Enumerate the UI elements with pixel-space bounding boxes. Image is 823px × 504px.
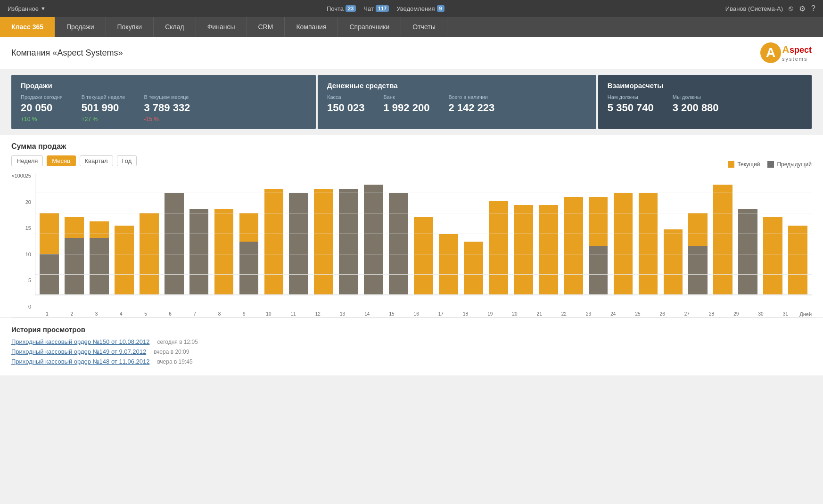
bar-current [614,193,633,295]
bar-previous [389,193,408,295]
nav-item-финансы[interactable]: Финансы [196,17,247,37]
nav-item-класс-365[interactable]: Класс 365 [0,17,55,37]
bar-previous [189,209,209,295]
bar-group [611,193,635,295]
history-time: вчера в 19:45 [157,358,192,365]
cash-panel: Денежные средства Касса 150 023Банк 1 99… [318,75,596,129]
sales-panel-title: Продажи [21,81,306,89]
mail-count: 23 [346,5,356,12]
stat-label: В текущем месяце [144,94,190,100]
nav-item-компания[interactable]: Компания [285,17,338,37]
bar-wrap [738,209,757,295]
bar-wrap [364,185,383,295]
grid-line [35,274,812,275]
bar-current [314,189,333,295]
bar-group [561,197,585,295]
history-title: История просмотров [11,325,812,333]
bar-group [636,193,660,295]
chat-label: Чат [363,5,374,12]
logout-icon[interactable]: ⎋ [789,4,793,13]
bar-group [461,242,486,295]
settings-icon[interactable]: ⚙ [799,4,806,13]
legend-previous: Предыдущий [767,161,812,168]
period-btn-месяц[interactable]: Месяц [47,155,75,166]
stat-value: 5 350 740 [608,102,654,114]
stat-col: Касса 150 023 [327,94,365,114]
logo-letter: A [760,42,781,63]
x-label: 28 [699,309,724,317]
x-label: 23 [576,309,601,317]
period-btn-квартал[interactable]: Квартал [80,155,113,166]
mutual-panel-title: Взаиморасчеты [608,81,802,89]
legend-previous-box [767,161,774,168]
bar-group [337,189,361,295]
bar-group [436,234,461,295]
bar-current [264,189,284,295]
stat-change: -15 % [144,116,190,122]
y-axis-labels: 0510152025 [11,173,34,309]
chart-title: Сумма продаж [11,142,812,151]
bar-current [414,217,433,295]
notifications-label: Уведомления [396,5,435,12]
bar-wrap [439,234,458,295]
stat-value: 501 990 [82,102,125,114]
notifications-badge-item[interactable]: Уведомления 9 [396,5,444,12]
stat-col: Банк 1 992 200 [384,94,430,114]
cash-panel-row: Касса 150 023Банк 1 992 200Всего в налич… [327,94,587,114]
x-label: 14 [355,309,379,317]
nav-item-склад[interactable]: Склад [154,17,196,37]
x-label: 31 [773,309,798,317]
history-link[interactable]: Приходный кассовый ордер №150 от 10.08.2… [11,338,149,345]
logo-text-area: Aspect systems [782,44,812,62]
history-link[interactable]: Приходный кассовый ордер №148 от 11.06.2… [11,358,149,365]
bar-previous [364,185,383,295]
nav-item-покупки[interactable]: Покупки [106,17,154,37]
stat-label: В текущей неделе [82,94,125,100]
nav-item-справочники[interactable]: Справочники [338,17,401,37]
x-label: 12 [305,309,330,317]
legend-previous-label: Предыдущий [777,161,812,168]
stat-col: Мы должны 3 200 880 [673,94,719,114]
favorites-menu[interactable]: Избранное ▼ [8,5,46,12]
bar-current [664,229,683,295]
nav-item-crm[interactable]: CRM [247,17,285,37]
bar-current [788,226,807,295]
user-area: Иванов (Система-А) ⎋ ⚙ ? [725,4,815,13]
bar-current [489,201,508,295]
bar-group [711,185,735,295]
grid-line [35,193,812,193]
bar-group [486,201,510,295]
x-label: 6 [158,309,182,317]
y-label: 15 [11,225,34,231]
bar-current [464,242,483,295]
period-btn-неделя[interactable]: Неделя [11,155,43,166]
x-label: 9 [232,309,256,317]
username-label: Иванов (Система-А) [725,5,783,12]
bar-wrap [514,205,533,295]
x-label: 15 [379,309,404,317]
x-label: 18 [453,309,477,317]
bar-wrap [564,197,583,295]
company-title: Компания «Aspect Systems» [11,48,123,58]
grid-line [35,294,812,295]
mail-badge-item[interactable]: Почта 23 [327,5,356,12]
nav-item-отчеты[interactable]: Отчеты [401,17,447,37]
x-label: 16 [404,309,428,317]
notifications-count: 9 [437,5,444,12]
history-time: сегодня в 12:05 [157,339,198,345]
nav-item-продажи[interactable]: Продажи [55,17,106,37]
history-link[interactable]: Приходный кассовый ордер №149 от 9.07.20… [11,348,146,355]
bar-wrap [539,205,558,295]
chat-badge-item[interactable]: Чат 117 [363,5,389,12]
stat-value: 1 992 200 [384,102,430,114]
bar-wrap [464,242,483,295]
bar-previous [738,209,757,295]
period-btn-год[interactable]: Год [117,155,137,166]
bar-wrap [264,189,284,295]
bar-current [564,197,583,295]
help-icon[interactable]: ? [811,4,815,13]
x-axis: 1234567891011121314151617181920212223242… [11,309,812,317]
stat-col: Продажи сегодня 20 050 +10 % [21,94,63,122]
cash-panel-title: Денежные средства [327,81,587,89]
chart-wrapper: 0510152025 [11,173,812,309]
